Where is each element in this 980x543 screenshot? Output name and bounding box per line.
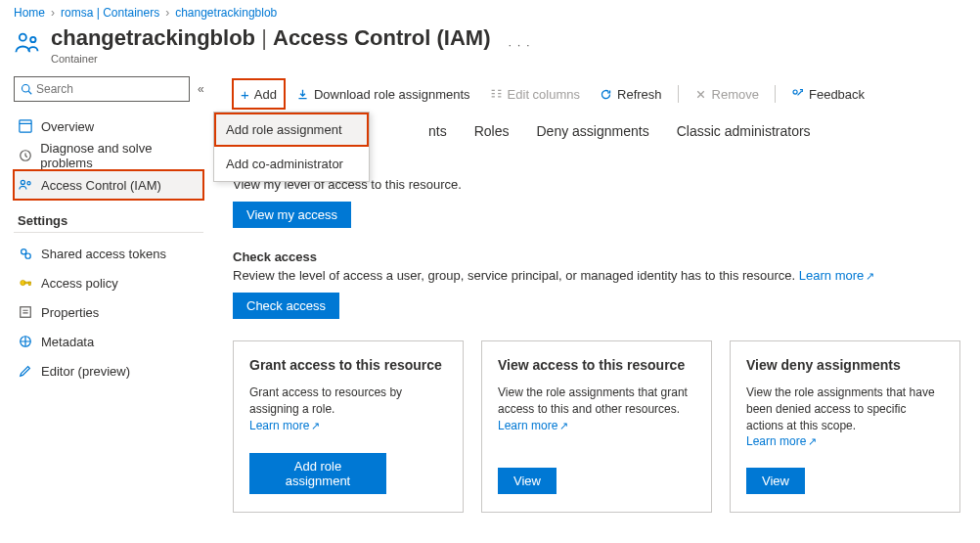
svg-rect-11 (29, 282, 31, 286)
crumb-containers[interactable]: romsa | Containers (61, 6, 159, 20)
page-title: changetrackingblob | Access Control (IAM… (51, 25, 490, 51)
card-body-text: View the role assignments that grant acc… (498, 385, 695, 418)
plus-icon: + (241, 86, 249, 103)
sidebar-item-diagnose[interactable]: Diagnose and solve problems (14, 141, 203, 170)
download-label: Download role assignments (314, 87, 470, 102)
check-access-desc-text: Review the level of access a user, group… (233, 268, 795, 283)
diagnose-icon (18, 148, 32, 163)
crumb-current[interactable]: changetrackingblob (175, 6, 277, 20)
sidebar-item-label: Overview (41, 119, 94, 134)
dropdown-add-co-administrator[interactable]: Add co-administrator (214, 147, 369, 181)
svg-rect-3 (20, 120, 31, 132)
card-title: View access to this resource (498, 357, 695, 373)
page-name: Access Control (IAM) (273, 25, 490, 50)
tab-deny-assignments[interactable]: Deny assignments (536, 117, 648, 145)
feedback-icon (791, 88, 804, 101)
add-button[interactable]: + Add (233, 79, 285, 109)
sidebar-item-metadata[interactable]: Metadata (14, 327, 203, 356)
add-dropdown: Add role assignment Add co-administrator (213, 112, 370, 182)
external-link-icon: ↗ (808, 435, 817, 447)
edit-columns-button: Edit columns (482, 79, 588, 109)
edit-label: Edit columns (508, 87, 580, 102)
sidebar-item-shared-access-tokens[interactable]: Shared access tokens (14, 239, 203, 268)
token-icon (18, 246, 33, 261)
more-menu-icon[interactable]: · · · (508, 37, 530, 52)
toolbar: + Add Download role assignments Edit col… (233, 76, 980, 112)
collapse-sidebar-icon[interactable]: « (198, 82, 204, 96)
add-role-assignment-button[interactable]: Add role assignment (249, 453, 386, 494)
view-access-button[interactable]: View (498, 468, 557, 494)
tabs: nts Roles Deny assignments Classic admin… (428, 117, 980, 145)
columns-icon (490, 88, 503, 101)
sidebar-item-properties[interactable]: Properties (14, 297, 203, 327)
grant-learn-more-link[interactable]: Learn more↗ (249, 419, 320, 432)
toolbar-separator (678, 85, 679, 103)
deny-learn-more-link[interactable]: Learn more↗ (746, 434, 817, 448)
check-access-button[interactable]: Check access (233, 293, 339, 319)
sidebar-item-label: Editor (preview) (41, 364, 130, 379)
sidebar-item-label: Shared access tokens (41, 247, 166, 261)
view-deny-button[interactable]: View (746, 468, 805, 494)
card-grant-access: Grant access to this resource Grant acce… (233, 340, 464, 513)
tab-roles[interactable]: Roles (474, 117, 510, 145)
card-deny-assignments: View deny assignments View the role assi… (730, 340, 960, 513)
iam-icon (18, 177, 33, 193)
cards-row: Grant access to this resource Grant acce… (233, 340, 980, 513)
svg-point-6 (27, 182, 30, 185)
refresh-button[interactable]: Refresh (592, 79, 670, 109)
sidebar-item-access-policy[interactable]: Access policy (14, 268, 203, 297)
tab-partial[interactable]: nts (428, 117, 447, 145)
view-my-access-button[interactable]: View my access (233, 202, 351, 228)
main-content: + Add Download role assignments Edit col… (213, 76, 980, 513)
svg-rect-12 (21, 307, 31, 318)
chevron-right-icon: › (165, 6, 169, 20)
sidebar: « Overview Diagnose and solve problems A… (0, 76, 213, 513)
editor-icon (18, 363, 33, 379)
resource-type: Container (51, 53, 490, 65)
add-label: Add (254, 87, 277, 102)
view-learn-more-link[interactable]: Learn more↗ (498, 419, 568, 432)
search-icon (21, 83, 32, 95)
chevron-right-icon: › (51, 6, 55, 20)
sidebar-item-label: Metadata (41, 335, 94, 349)
card-title: Grant access to this resource (249, 357, 447, 373)
svg-point-2 (22, 85, 30, 93)
search-input-wrapper[interactable] (14, 76, 190, 102)
card-body-text: View the role assignments that have been… (746, 385, 944, 433)
svg-point-1 (30, 37, 35, 42)
toolbar-separator (775, 85, 776, 103)
svg-point-8 (25, 253, 30, 258)
sidebar-item-access-control[interactable]: Access Control (IAM) (14, 170, 203, 200)
dropdown-add-role-assignment[interactable]: Add role assignment (214, 113, 369, 147)
remove-label: Remove (712, 87, 759, 102)
crumb-home[interactable]: Home (14, 6, 45, 20)
search-input[interactable] (36, 82, 183, 96)
refresh-label: Refresh (617, 87, 662, 102)
check-access-learn-more-link[interactable]: Learn more↗ (799, 268, 874, 283)
remove-icon (694, 88, 707, 101)
sidebar-item-overview[interactable]: Overview (14, 112, 203, 141)
sidebar-item-label: Properties (41, 305, 99, 320)
sidebar-section-settings: Settings (14, 200, 203, 233)
download-icon (296, 88, 309, 101)
breadcrumb: Home › romsa | Containers › changetracki… (0, 0, 980, 22)
sidebar-item-label: Diagnose and solve problems (40, 141, 200, 170)
refresh-icon (600, 88, 612, 101)
sidebar-item-label: Access policy (41, 276, 118, 291)
tab-classic-administrators[interactable]: Classic administrators (677, 117, 811, 145)
svg-point-7 (22, 249, 26, 254)
feedback-label: Feedback (809, 87, 865, 102)
svg-point-14 (793, 90, 797, 94)
svg-point-0 (20, 34, 26, 41)
iam-icon (14, 29, 41, 57)
check-access-title: Check access (233, 249, 980, 264)
metadata-icon (18, 334, 33, 349)
sidebar-item-label: Access Control (IAM) (41, 178, 161, 193)
page-header: changetrackingblob | Access Control (IAM… (0, 22, 980, 76)
sidebar-item-editor[interactable]: Editor (preview) (14, 356, 203, 385)
feedback-button[interactable]: Feedback (783, 79, 872, 109)
download-role-assignments-button[interactable]: Download role assignments (289, 79, 478, 109)
svg-point-5 (21, 180, 24, 184)
resource-name: changetrackingblob (51, 25, 255, 50)
properties-icon (18, 304, 33, 320)
